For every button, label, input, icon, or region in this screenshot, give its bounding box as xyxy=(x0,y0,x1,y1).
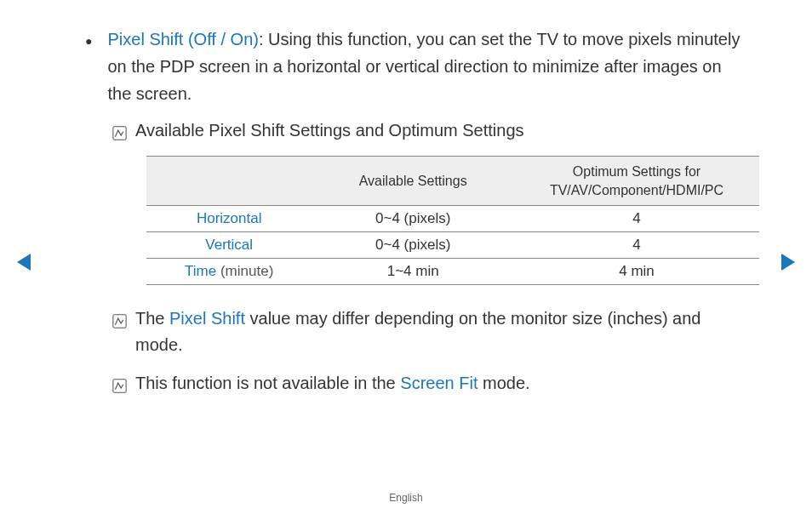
feature-name: Pixel Shift (Off / On) xyxy=(107,30,258,49)
cell-available: 0~4 (pixels) xyxy=(312,206,514,232)
table-header-optimum: Optimum Settings for TV/AV/Component/HDM… xyxy=(514,157,759,206)
note-screen-fit: This function is not available in the Sc… xyxy=(112,370,744,397)
table-row: Horizontal 0~4 (pixels) 4 xyxy=(146,206,759,232)
link-pixel-shift: Pixel Shift xyxy=(169,309,245,328)
note-text: This function is not available in the Sc… xyxy=(135,370,744,397)
footer-language: English xyxy=(0,492,812,504)
cell-optimum: 4 min xyxy=(514,259,759,285)
note-available-settings: Available Pixel Shift Settings and Optim… xyxy=(112,117,744,144)
bullet-text: Pixel Shift (Off / On): Using this funct… xyxy=(107,26,744,107)
cell-optimum: 4 xyxy=(514,232,759,259)
note-icon xyxy=(112,310,127,324)
bullet-item: ● Pixel Shift (Off / On): Using this fun… xyxy=(85,26,744,107)
row-label: Time (minute) xyxy=(146,259,312,285)
table-row: Vertical 0~4 (pixels) 4 xyxy=(146,232,759,259)
cell-available: 1~4 min xyxy=(312,259,514,285)
cell-optimum: 4 xyxy=(514,206,759,232)
note-icon xyxy=(112,374,127,389)
cell-available: 0~4 (pixels) xyxy=(312,232,514,259)
row-label: Horizontal xyxy=(146,206,312,232)
svg-marker-4 xyxy=(781,254,795,271)
table-header-empty xyxy=(146,157,312,206)
note-icon xyxy=(112,122,127,136)
table-header-available: Available Settings xyxy=(312,157,514,206)
bullet-dot-icon: ● xyxy=(85,31,92,50)
settings-table: Available Settings Optimum Settings for … xyxy=(146,156,759,285)
table-row: Time (minute) 1~4 min 4 min xyxy=(146,259,759,285)
note-text: Available Pixel Shift Settings and Optim… xyxy=(135,117,744,144)
svg-marker-3 xyxy=(17,254,31,271)
prev-page-button[interactable] xyxy=(15,252,32,276)
note-pixel-shift-value: The Pixel Shift value may differ dependi… xyxy=(112,305,744,358)
note-text: The Pixel Shift value may differ dependi… xyxy=(135,305,744,358)
row-label: Vertical xyxy=(146,232,312,259)
next-page-button[interactable] xyxy=(780,252,797,276)
link-screen-fit: Screen Fit xyxy=(400,374,477,392)
